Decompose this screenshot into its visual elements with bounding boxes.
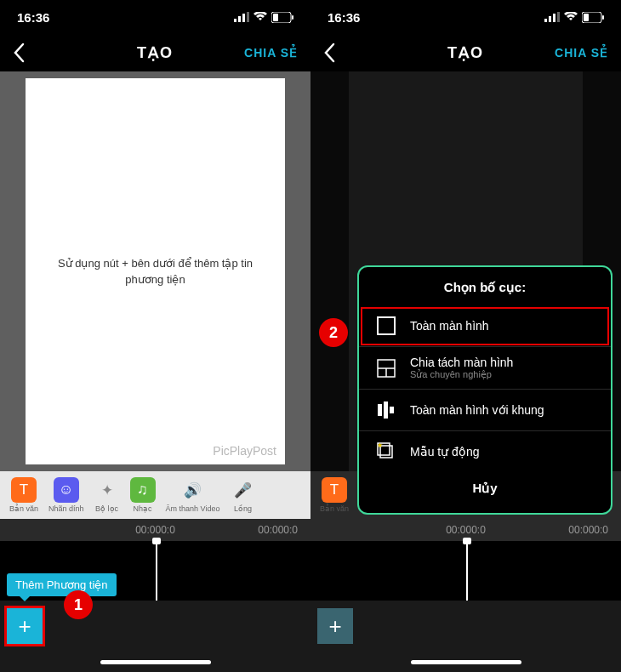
tool-filter[interactable]: ✦Bộ lọc bbox=[89, 477, 125, 513]
status-icons bbox=[544, 12, 604, 23]
auto-template-icon: ★ bbox=[374, 440, 398, 464]
step-badge-2: 2 bbox=[319, 318, 348, 347]
media-section: Thêm Phương tiện + 1 bbox=[0, 601, 310, 652]
playhead[interactable] bbox=[156, 541, 157, 601]
music-icon: ♫ bbox=[130, 477, 156, 503]
svg-rect-19 bbox=[384, 401, 388, 419]
svg-rect-18 bbox=[378, 404, 382, 416]
popup-option-split[interactable]: Chia tách màn hìnhSửa chuyên nghiệp bbox=[359, 347, 611, 390]
wifi-icon bbox=[254, 12, 267, 22]
canvas-area: Sử dụng nút + bên dưới để thêm tập tin p… bbox=[0, 71, 310, 471]
popup-option-frame[interactable]: Toàn màn hình với khung bbox=[359, 390, 611, 431]
chevron-left-icon bbox=[13, 43, 25, 63]
playhead[interactable] bbox=[466, 541, 468, 601]
back-button[interactable] bbox=[13, 43, 25, 63]
share-button[interactable]: CHIA SẺ bbox=[555, 46, 608, 60]
back-button[interactable] bbox=[323, 43, 335, 63]
svg-rect-14 bbox=[378, 317, 395, 334]
timecode-right: 00:000:0 bbox=[258, 524, 298, 536]
svg-rect-1 bbox=[238, 16, 241, 22]
popup-option-fullscreen[interactable]: Toàn màn hình bbox=[359, 305, 611, 347]
svg-text:★: ★ bbox=[377, 442, 383, 449]
nav-bar: TẠO CHIA SẺ bbox=[0, 34, 310, 71]
home-indicator[interactable] bbox=[411, 660, 521, 664]
text-icon: T bbox=[322, 477, 347, 503]
home-indicator-area bbox=[0, 652, 310, 672]
canvas-placeholder-text: Sử dụng nút + bên dưới để thêm tập tin p… bbox=[26, 255, 285, 288]
phone-right: 16:36 TẠO CHIA SẺ 2 Chọn bố cục: Toàn mà… bbox=[310, 0, 621, 672]
svg-rect-3 bbox=[247, 12, 249, 22]
toolbar: TBản văn ☺Nhãn dính ✦Bộ lọc ♫Nhạc 🔊Âm th… bbox=[0, 471, 310, 519]
split-icon bbox=[374, 356, 398, 380]
canvas-area: 2 Chọn bố cục: Toàn màn hình Chia tách m… bbox=[310, 71, 621, 471]
svg-rect-20 bbox=[390, 407, 394, 413]
mic-icon: 🎤 bbox=[230, 477, 255, 503]
popup-option-auto[interactable]: ★ Mẫu tự động bbox=[359, 431, 611, 472]
svg-rect-6 bbox=[292, 15, 293, 20]
watermark: PicPlayPost bbox=[213, 444, 276, 458]
canvas[interactable]: Sử dụng nút + bên dưới để thêm tập tin p… bbox=[26, 78, 285, 464]
home-indicator-area bbox=[310, 652, 621, 672]
sticker-icon: ☺ bbox=[54, 477, 79, 503]
status-time: 16:36 bbox=[328, 10, 360, 25]
filter-icon: ✦ bbox=[94, 477, 120, 503]
battery-icon bbox=[582, 12, 604, 23]
signal-icon bbox=[234, 12, 249, 22]
status-icons bbox=[234, 12, 293, 23]
add-media-button[interactable]: + bbox=[7, 608, 43, 644]
wifi-icon bbox=[564, 12, 578, 22]
signal-icon bbox=[544, 12, 560, 22]
popup-title: Chọn bố cục: bbox=[359, 280, 611, 295]
svg-rect-8 bbox=[549, 16, 551, 22]
text-icon: T bbox=[11, 477, 37, 503]
home-indicator[interactable] bbox=[100, 660, 211, 664]
svg-rect-5 bbox=[273, 14, 278, 21]
chevron-left-icon bbox=[323, 43, 335, 63]
svg-rect-12 bbox=[584, 14, 589, 21]
phone-left: 16:36 TẠO CHIA SẺ Sử dụng nút + bên dưới… bbox=[0, 0, 310, 672]
svg-rect-2 bbox=[242, 14, 245, 22]
tool-voice[interactable]: 🎤Lồng bbox=[225, 477, 260, 513]
frame-icon bbox=[374, 398, 398, 422]
timeline-track[interactable] bbox=[310, 541, 621, 601]
step-badge-1: 1 bbox=[64, 590, 93, 619]
svg-rect-7 bbox=[544, 19, 547, 22]
svg-rect-0 bbox=[234, 19, 236, 22]
tool-music[interactable]: ♫Nhạc bbox=[125, 477, 161, 513]
svg-rect-13 bbox=[602, 15, 604, 20]
media-section: + bbox=[310, 601, 621, 652]
tool-text[interactable]: TBản văn bbox=[315, 477, 354, 513]
fullscreen-icon bbox=[374, 314, 398, 338]
nav-title: TẠO bbox=[447, 43, 484, 62]
svg-rect-9 bbox=[553, 14, 555, 22]
nav-bar: TẠO CHIA SẺ bbox=[310, 34, 621, 71]
add-media-tooltip: Thêm Phương tiện bbox=[7, 573, 117, 596]
status-time: 16:36 bbox=[17, 10, 49, 25]
tool-sticker[interactable]: ☺Nhãn dính bbox=[43, 477, 89, 513]
battery-icon bbox=[271, 12, 293, 23]
status-bar: 16:36 bbox=[0, 0, 310, 34]
popup-cancel-button[interactable]: Hủy bbox=[359, 472, 611, 504]
layout-popup: Chọn bố cục: Toàn màn hình Chia tách màn… bbox=[357, 265, 612, 515]
tool-text[interactable]: TBản văn bbox=[4, 477, 43, 513]
timecode-center: 00:000:0 bbox=[135, 524, 175, 536]
share-button[interactable]: CHIA SẺ bbox=[244, 46, 298, 60]
audio-icon: 🔊 bbox=[180, 477, 206, 503]
timecode-right: 00:000:0 bbox=[568, 524, 608, 536]
status-bar: 16:36 bbox=[310, 0, 621, 34]
tool-audio[interactable]: 🔊Âm thanh Video bbox=[161, 477, 225, 513]
svg-rect-10 bbox=[557, 12, 560, 22]
nav-title: TẠO bbox=[137, 43, 174, 62]
add-media-button[interactable]: + bbox=[317, 608, 353, 644]
timecode-center: 00:000:0 bbox=[446, 524, 486, 536]
